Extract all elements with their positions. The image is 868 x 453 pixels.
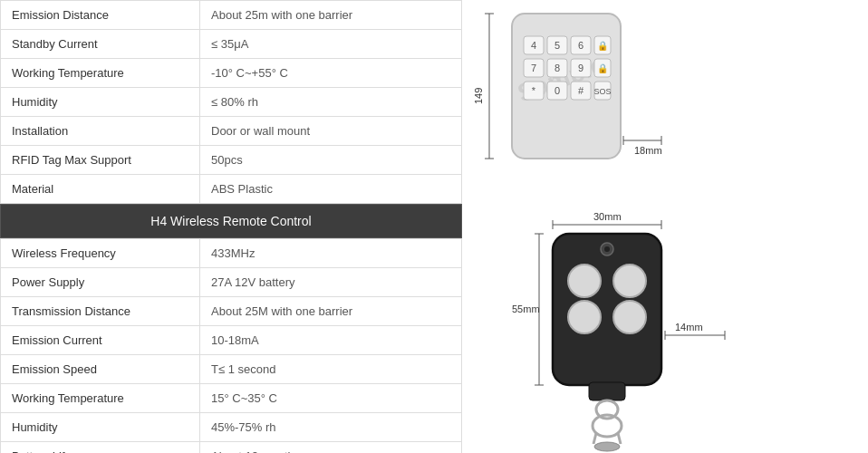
- spec-label: Transmission Distance: [1, 297, 200, 326]
- spec-value: ≤ 80% rh: [200, 88, 462, 117]
- table-row: Emission SpeedT≤ 1 second: [1, 355, 462, 384]
- svg-text:SOS: SOS: [593, 87, 611, 96]
- svg-text:7: 7: [531, 63, 536, 73]
- right-panel: 149 Sample 4 5 6 🔒 7 8: [462, 0, 868, 453]
- table-row: Emission DistanceAbout 25m with one barr…: [1, 1, 462, 30]
- svg-text:8: 8: [555, 63, 560, 73]
- svg-point-44: [604, 246, 610, 252]
- table-row: Humidity≤ 80% rh: [1, 88, 462, 117]
- remote-diagram-svg: 30mm 55mm: [462, 208, 761, 453]
- svg-text:149: 149: [473, 88, 484, 104]
- spec-value: About 25M with one barrier: [200, 297, 462, 326]
- svg-text:🔒: 🔒: [597, 40, 609, 52]
- table-row: InstallationDoor or wall mount: [1, 117, 462, 146]
- svg-line-53: [618, 433, 621, 444]
- svg-point-46: [613, 265, 646, 297]
- keypad-diagram-container: 149 Sample 4 5 6 🔒 7 8: [462, 0, 868, 208]
- keypad-diagram-svg: 149 Sample 4 5 6 🔒 7 8: [462, 0, 761, 208]
- svg-line-52: [593, 433, 596, 444]
- spec-value: 27A 12V battery: [200, 268, 462, 297]
- svg-rect-49: [589, 382, 625, 400]
- svg-text:9: 9: [578, 63, 583, 73]
- spec-label: Battery Lifespan: [1, 442, 200, 454]
- svg-text:18mm: 18mm: [634, 145, 662, 156]
- spec-label: Emission Speed: [1, 355, 200, 384]
- svg-text:*: *: [532, 85, 536, 96]
- spec-value: T≤ 1 second: [200, 355, 462, 384]
- svg-point-47: [568, 301, 601, 333]
- svg-rect-42: [553, 234, 661, 385]
- spec-label: Material: [1, 175, 200, 204]
- spec-value: Door or wall mount: [200, 117, 462, 146]
- spec-value: -10° C~+55° C: [200, 59, 462, 88]
- spec-value: 10-18mA: [200, 326, 462, 355]
- spec-label: Power Supply: [1, 268, 200, 297]
- spec-value: ABS Plastic: [200, 175, 462, 204]
- spec-value: 433MHz: [200, 239, 462, 268]
- bottom-specs-table: Wireless Frequency433MHzPower Supply27A …: [0, 238, 462, 453]
- svg-point-45: [568, 265, 601, 297]
- svg-point-48: [613, 301, 646, 333]
- table-row: Working Temperature15° C~35° C: [1, 384, 462, 413]
- svg-text:14mm: 14mm: [675, 322, 703, 333]
- svg-text:🔒: 🔒: [597, 63, 609, 74]
- table-row: Working Temperature-10° C~+55° C: [1, 59, 462, 88]
- section-header: H4 Wireless Remote Control: [0, 204, 462, 238]
- section-header-label: H4 Wireless Remote Control: [150, 214, 311, 228]
- spec-label: Humidity: [1, 413, 200, 442]
- svg-text:55mm: 55mm: [512, 304, 540, 314]
- spec-value: 50pcs: [200, 146, 462, 175]
- spec-label: Working Temperature: [1, 59, 200, 88]
- svg-text:4: 4: [531, 40, 536, 51]
- table-row: Humidity45%-75% rh: [1, 413, 462, 442]
- table-row: Wireless Frequency433MHz: [1, 239, 462, 268]
- svg-text:30mm: 30mm: [593, 211, 622, 222]
- remote-diagram-container: 30mm 55mm: [462, 208, 868, 453]
- svg-text:6: 6: [578, 40, 583, 51]
- top-specs-table: Emission DistanceAbout 25m with one barr…: [0, 0, 462, 204]
- spec-value: 15° C~35° C: [200, 384, 462, 413]
- main-container: Emission DistanceAbout 25m with one barr…: [0, 0, 868, 453]
- table-row: Emission Current10-18mA: [1, 326, 462, 355]
- spec-label: Standby Current: [1, 30, 200, 59]
- table-row: Standby Current≤ 35μA: [1, 30, 462, 59]
- spec-value: About 12 months: [200, 442, 462, 454]
- spec-value: About 25m with one barrier: [200, 1, 462, 30]
- svg-text:5: 5: [555, 40, 560, 51]
- spec-label: Emission Distance: [1, 1, 200, 30]
- spec-label: Humidity: [1, 88, 200, 117]
- svg-point-54: [594, 442, 620, 451]
- table-row: MaterialABS Plastic: [1, 175, 462, 204]
- svg-text:0: 0: [555, 85, 560, 96]
- spec-label: Emission Current: [1, 326, 200, 355]
- table-row: Power Supply27A 12V battery: [1, 268, 462, 297]
- table-row: Transmission DistanceAbout 25M with one …: [1, 297, 462, 326]
- spec-label: Installation: [1, 117, 200, 146]
- svg-text:#: #: [578, 85, 584, 96]
- table-row: RFID Tag Max Support50pcs: [1, 146, 462, 175]
- spec-label: Working Temperature: [1, 384, 200, 413]
- spec-value: ≤ 35μA: [200, 30, 462, 59]
- left-panel: Emission DistanceAbout 25m with one barr…: [0, 0, 462, 453]
- table-row: Battery LifespanAbout 12 months: [1, 442, 462, 454]
- spec-label: Wireless Frequency: [1, 239, 200, 268]
- spec-value: 45%-75% rh: [200, 413, 462, 442]
- spec-label: RFID Tag Max Support: [1, 146, 200, 175]
